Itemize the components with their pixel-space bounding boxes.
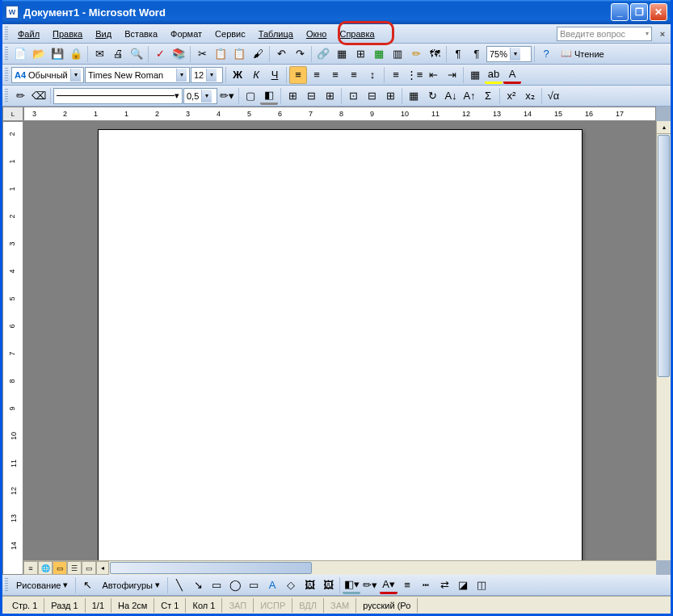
bold-button[interactable]: Ж [229, 66, 246, 84]
help-button[interactable]: ? [537, 45, 555, 63]
permission-button[interactable]: 🔒 [67, 45, 85, 63]
borders-button[interactable]: ▦ [466, 66, 484, 84]
highlight-button[interactable]: ab [485, 66, 503, 84]
fontcolor2-button[interactable]: A▾ [380, 576, 397, 594]
subscript-button[interactable]: x₂ [521, 87, 539, 105]
columns-button[interactable]: ▥ [389, 45, 406, 63]
fillcolor-button[interactable]: ◧▾ [343, 576, 360, 594]
lineweight-combo[interactable]: 0,5▾ [183, 88, 217, 104]
web-view-button[interactable]: 🌐 [38, 561, 53, 575]
format-painter-button[interactable]: 🖌 [249, 45, 267, 63]
status-lang[interactable]: русский (Ро [356, 598, 418, 613]
paste-button[interactable]: 📋 [230, 45, 248, 63]
select-objects-button[interactable]: ↖ [78, 576, 96, 594]
open-button[interactable]: 📂 [30, 45, 48, 63]
rectangle-button[interactable]: ▭ [208, 576, 225, 594]
ruler-corner[interactable]: L [2, 107, 23, 121]
eraser-button[interactable]: ⌫ [30, 87, 48, 105]
arrow-button[interactable]: ↘ [189, 576, 207, 594]
insert-table-button[interactable]: ⊞ [351, 45, 369, 63]
fontsize-combo[interactable]: 12▾ [191, 67, 223, 83]
preview-button[interactable]: 🔍 [128, 45, 145, 63]
align-right-button[interactable]: ≡ [326, 66, 344, 84]
show-nonprinting-button[interactable]: ¶ [468, 45, 486, 63]
menu-table[interactable]: Таблица [252, 27, 300, 41]
hyperlink-button[interactable]: 🔗 [314, 45, 332, 63]
redo-button[interactable]: ↷ [291, 45, 309, 63]
page[interactable] [98, 129, 583, 560]
split-cells-button[interactable]: ⊞ [321, 87, 339, 105]
outline-view-button[interactable]: ☰ [67, 561, 82, 575]
copy-button[interactable]: 📋 [212, 45, 229, 63]
linestyle2-button[interactable]: ≡ [398, 576, 416, 594]
sort-asc-button[interactable]: A↓ [442, 87, 460, 105]
menubar-grip[interactable] [5, 27, 8, 41]
menu-insert[interactable]: Вставка [118, 27, 164, 41]
diagram-button[interactable]: ◇ [282, 576, 300, 594]
toolbar-grip[interactable] [5, 89, 8, 103]
font-combo[interactable]: Times New Roman▾ [85, 67, 190, 83]
question-input[interactable]: Введите вопрос▾ [557, 27, 652, 41]
cut-button[interactable]: ✂ [193, 45, 211, 63]
read-button[interactable]: 📖 Чтение [556, 46, 609, 61]
horizontal-scrollbar[interactable]: ≡ 🌐 ▭ ☰ ▭ ◂ [23, 560, 656, 575]
tables-button[interactable]: ▦ [333, 45, 351, 63]
shadow-button[interactable]: ◪ [454, 576, 472, 594]
status-ovr[interactable]: ЗАМ [324, 598, 356, 613]
drawing-menu-button[interactable]: Рисование ▾ [11, 577, 73, 593]
autosum-button[interactable]: Σ [479, 87, 497, 105]
style-combo[interactable]: A4Обычный▾ [11, 67, 84, 83]
linestyle-combo[interactable]: ▾ [53, 88, 183, 104]
minimize-button[interactable]: _ [611, 3, 629, 21]
status-trk[interactable]: ИСПР [254, 598, 292, 613]
status-rec[interactable]: ЗАП [222, 598, 254, 613]
autoformat-button[interactable]: ▦ [405, 87, 423, 105]
menu-format[interactable]: Формат [164, 27, 208, 41]
fontcolor-button[interactable]: А [503, 66, 521, 84]
equation-button[interactable]: √α [545, 87, 562, 105]
toolbar-grip[interactable] [5, 578, 8, 593]
arrowstyle-button[interactable]: ⇄ [435, 576, 453, 594]
excel-button[interactable]: ▦ [370, 45, 388, 63]
maximize-button[interactable]: ❐ [630, 3, 648, 21]
print-button[interactable]: 🖨 [109, 45, 127, 63]
shading-button[interactable]: ◧ [260, 87, 278, 105]
print-view-button[interactable]: ▭ [53, 561, 67, 575]
3d-button[interactable]: ◫ [473, 576, 490, 594]
bulleted-list-button[interactable]: ⋮≡ [406, 66, 423, 84]
showmarks-button[interactable]: ¶ [449, 45, 467, 63]
linespacing-button[interactable]: ↕ [364, 66, 381, 84]
menu-view[interactable]: Вид [89, 27, 118, 41]
email-button[interactable]: ✉ [90, 45, 108, 63]
underline-button[interactable]: Ч [266, 66, 284, 84]
horizontal-ruler[interactable]: 3211234567891011121314151617 [23, 107, 656, 121]
menu-window[interactable]: Окно [300, 27, 334, 41]
undo-button[interactable]: ↶ [272, 45, 290, 63]
research-button[interactable]: 📚 [170, 45, 187, 63]
merge-cells-button[interactable]: ⊟ [302, 87, 320, 105]
align-left-button[interactable]: ≡ [289, 66, 307, 84]
increase-indent-button[interactable]: ⇥ [443, 66, 461, 84]
oval-button[interactable]: ◯ [226, 576, 244, 594]
normal-view-button[interactable]: ≡ [23, 561, 38, 575]
reading-view-button[interactable]: ▭ [82, 561, 96, 575]
vertical-ruler[interactable]: 211234567891011121314 [2, 121, 23, 575]
linecolor-button[interactable]: ✏▾ [361, 576, 379, 594]
numbered-list-button[interactable]: ≡ [387, 66, 405, 84]
align-tl-button[interactable]: ⊡ [344, 87, 362, 105]
line-button[interactable]: ╲ [170, 576, 188, 594]
autoshapes-button[interactable]: Автофигуры ▾ [97, 577, 165, 593]
clipart-button[interactable]: 🖼 [301, 576, 318, 594]
insert-table2-button[interactable]: ⊞ [284, 87, 301, 105]
menu-file[interactable]: Файл [11, 27, 46, 41]
decrease-indent-button[interactable]: ⇤ [424, 66, 442, 84]
outside-border-button[interactable]: ▢ [242, 87, 259, 105]
document-area[interactable] [23, 121, 656, 560]
menubar-close-button[interactable]: × [657, 28, 668, 40]
text-direction-button[interactable]: ↻ [423, 87, 441, 105]
toolbar-grip[interactable] [5, 68, 8, 82]
docmap-button[interactable]: 🗺 [426, 45, 444, 63]
picture-button[interactable]: 🖼 [319, 576, 337, 594]
italic-button[interactable]: К [247, 66, 265, 84]
vertical-scrollbar[interactable]: ▴ [656, 121, 671, 560]
